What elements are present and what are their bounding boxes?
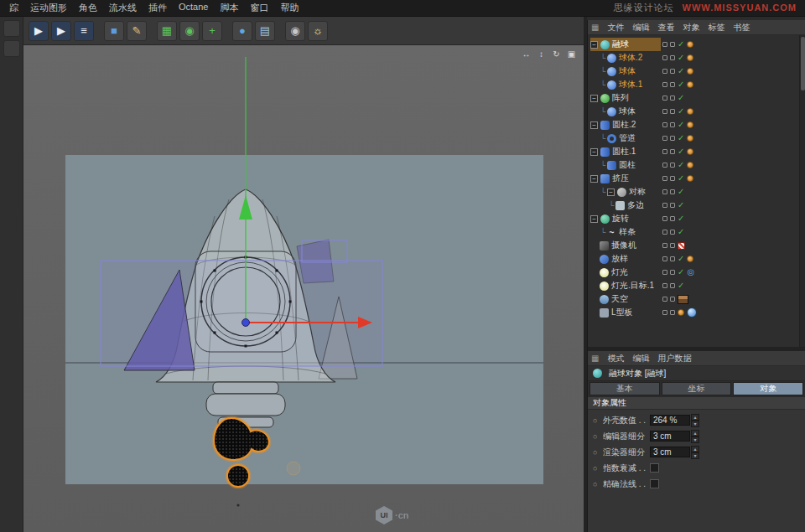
attr-checkbox[interactable] <box>650 463 659 473</box>
enabled-check-icon[interactable]: ✓ <box>678 201 684 209</box>
object-row-sphere-1[interactable]: └球体.1✓ <box>588 78 798 91</box>
cloner-icon[interactable]: ◉ <box>179 21 200 41</box>
panel-grid-icon[interactable]: ▦ <box>591 23 599 32</box>
object-row-cylinder[interactable]: └圆柱✓ <box>588 158 798 172</box>
enabled-check-icon[interactable]: ✓ <box>678 147 684 156</box>
metaball-faint[interactable] <box>287 462 300 475</box>
object-row-cylinder-1[interactable]: −圆柱.1✓ <box>588 145 798 158</box>
render-picture-viewer-icon[interactable]: ▶ <box>51 21 71 41</box>
editor-visibility-dot[interactable] <box>662 216 667 221</box>
object-row-sphere-2[interactable]: └球体.2✓ <box>588 51 798 65</box>
camera-tool-icon[interactable]: ◉ <box>285 21 305 41</box>
om-menu-tags[interactable]: 标签 <box>704 22 729 34</box>
enabled-check-icon[interactable]: ✓ <box>678 161 684 169</box>
menu-item-plugins[interactable]: 插件 <box>143 2 173 14</box>
spin-up-icon[interactable]: ▴ <box>691 414 699 421</box>
spin-down-icon[interactable]: ▾ <box>691 452 699 459</box>
tab-coord[interactable]: 坐标 <box>662 382 732 395</box>
animation-dot-icon[interactable]: ○ <box>593 464 603 473</box>
editor-visibility-dot[interactable] <box>662 149 667 154</box>
spin-up-icon[interactable]: ▴ <box>691 430 699 436</box>
enabled-check-icon[interactable]: ✓ <box>678 80 684 89</box>
render-visibility-dot[interactable] <box>670 96 675 101</box>
viewport[interactable]: ↔↕↻▣ UI ·cn <box>23 45 584 532</box>
editor-visibility-dot[interactable] <box>662 136 667 141</box>
am-menu-user-data[interactable]: 用户数据 <box>653 353 695 364</box>
menu-item-character[interactable]: 角色 <box>73 2 103 14</box>
editor-visibility-dot[interactable] <box>662 109 667 114</box>
enabled-check-icon[interactable]: ✓ <box>678 107 684 116</box>
render-visibility-dot[interactable] <box>670 203 675 208</box>
material-tag-icon[interactable] <box>687 41 693 48</box>
material-tag-icon[interactable] <box>687 162 693 168</box>
attr-value-field[interactable]: 264 % <box>650 415 690 426</box>
om-menu-view[interactable]: 查看 <box>653 22 678 34</box>
om-menu-edit[interactable]: 编辑 <box>628 22 653 34</box>
subdivision-surface-icon[interactable]: ▦ <box>157 21 177 41</box>
material-tag-icon[interactable] <box>687 135 693 142</box>
animation-dot-icon[interactable]: ○ <box>593 480 603 488</box>
enabled-check-icon[interactable]: ✓ <box>678 174 684 183</box>
object-row-symmetry[interactable]: └−对称✓ <box>588 185 798 199</box>
enabled-check-icon[interactable]: ✓ <box>678 134 684 142</box>
object-row-tube[interactable]: └管道✓ <box>588 132 798 145</box>
expand-collapse-icon[interactable]: − <box>590 121 598 129</box>
animation-dot-icon[interactable]: ○ <box>593 432 603 441</box>
enabled-check-icon[interactable]: ✓ <box>678 121 684 129</box>
material-tag-icon[interactable] <box>687 108 693 115</box>
enabled-check-icon[interactable]: ✓ <box>678 281 684 290</box>
viewport-canvas[interactable] <box>23 45 584 532</box>
editor-visibility-dot[interactable] <box>662 42 667 47</box>
exhaust-stack[interactable] <box>206 382 285 427</box>
render-visibility-dot[interactable] <box>670 42 675 47</box>
editor-visibility-dot[interactable] <box>662 270 667 275</box>
selection-rectangle[interactable] <box>101 261 382 366</box>
render-visibility-dot[interactable] <box>670 55 675 60</box>
am-menu-edit[interactable]: 编辑 <box>628 353 653 364</box>
composition-tag-icon[interactable] <box>678 242 685 250</box>
editor-visibility-dot[interactable] <box>662 283 667 288</box>
enabled-check-icon[interactable]: ✓ <box>678 255 684 263</box>
editor-visibility-dot[interactable] <box>662 55 667 60</box>
object-row-array[interactable]: −阵列✓ <box>588 91 798 105</box>
object-row-loft[interactable]: 放样✓ <box>588 252 798 266</box>
render-settings-icon[interactable]: ≡ <box>74 21 94 41</box>
menu-item-window[interactable]: 窗口 <box>244 2 274 14</box>
enabled-check-icon[interactable]: ✓ <box>678 54 684 62</box>
tab-object[interactable]: 对象 <box>733 382 803 395</box>
rotate-view-icon[interactable]: ↻ <box>551 49 562 59</box>
editor-visibility-dot[interactable] <box>662 96 667 101</box>
material-tag-icon[interactable] <box>687 81 693 88</box>
render-visibility-dot[interactable] <box>670 176 675 181</box>
light-tool-icon[interactable]: ☼ <box>308 21 328 41</box>
render-visibility-dot[interactable] <box>670 163 675 168</box>
expand-collapse-icon[interactable]: − <box>590 175 598 183</box>
enabled-check-icon[interactable]: ✓ <box>678 188 684 196</box>
editor-visibility-dot[interactable] <box>662 189 667 194</box>
material-tag-icon[interactable] <box>687 256 693 262</box>
editor-visibility-dot[interactable] <box>662 82 667 87</box>
render-visibility-dot[interactable] <box>670 230 675 235</box>
editor-visibility-dot[interactable] <box>662 69 667 74</box>
render-visibility-dot[interactable] <box>670 189 675 194</box>
object-row-metaball[interactable]: −融球✓ <box>588 38 798 51</box>
spin-down-icon[interactable]: ▾ <box>691 421 699 427</box>
object-row-light[interactable]: 灯光✓◎ <box>588 266 798 279</box>
attr-value-field[interactable]: 3 cm <box>650 431 690 442</box>
editor-visibility-dot[interactable] <box>662 243 667 248</box>
attr-value-field[interactable]: 3 cm <box>650 447 690 457</box>
render-visibility-dot[interactable] <box>670 109 675 114</box>
expand-collapse-icon[interactable]: − <box>607 189 615 196</box>
menu-item-pipeline[interactable]: 流水线 <box>103 2 143 14</box>
material-tag-icon[interactable] <box>687 121 693 128</box>
editor-visibility-dot[interactable] <box>662 176 667 181</box>
pan-view-icon[interactable]: ↔ <box>521 49 532 59</box>
render-visibility-dot[interactable] <box>670 243 675 248</box>
material-tag-icon[interactable] <box>687 54 693 61</box>
enabled-check-icon[interactable]: ✓ <box>678 67 684 75</box>
menu-item-mograph[interactable]: 运动图形 <box>24 2 73 14</box>
editor-visibility-dot[interactable] <box>662 203 667 208</box>
render-visibility-dot[interactable] <box>670 136 675 141</box>
editor-visibility-dot[interactable] <box>662 310 667 315</box>
object-manager-scrollbar[interactable] <box>799 35 805 347</box>
